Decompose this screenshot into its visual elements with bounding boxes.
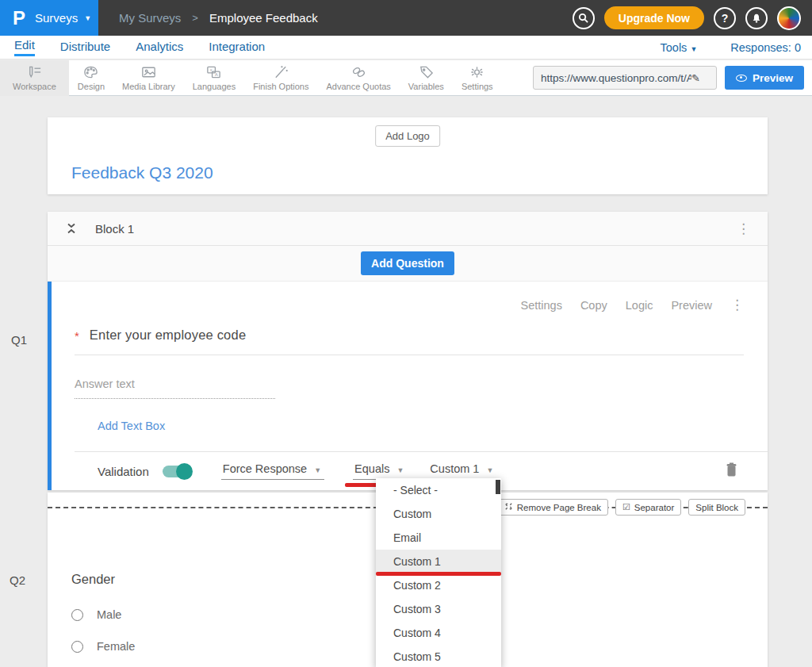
- toolbar-item-workspace[interactable]: Workspace: [0, 60, 69, 96]
- chevron-down-icon: ▼: [314, 466, 321, 474]
- product-name: Surveys: [35, 11, 78, 25]
- toolbar-item-media-library[interactable]: Media Library: [113, 60, 184, 96]
- tools-dropdown[interactable]: Tools ▼: [661, 41, 698, 54]
- chevron-down-icon: ▼: [486, 466, 493, 474]
- toolbar-item-finish-options[interactable]: Finish Options: [244, 60, 317, 96]
- user-avatar[interactable]: [777, 6, 801, 30]
- questionpro-logo-icon: P: [13, 7, 25, 29]
- breadcrumb-my-surveys[interactable]: My Surveys: [119, 11, 181, 25]
- question-text-row: * Enter your employee code: [75, 328, 744, 355]
- question-copy-link[interactable]: Copy: [580, 299, 607, 312]
- broken-link-icon: [504, 502, 513, 512]
- navbar-right: Tools ▼ Responses: 0: [661, 41, 801, 54]
- gear-icon: [469, 65, 485, 79]
- search-icon[interactable]: [573, 7, 595, 29]
- radio-circle-icon[interactable]: [71, 609, 83, 621]
- question-preview-link[interactable]: Preview: [671, 299, 712, 312]
- dropdown-option-custom4[interactable]: Custom 4: [376, 621, 501, 645]
- toggle-knob: [176, 463, 193, 480]
- add-logo-button[interactable]: Add Logo: [375, 125, 440, 147]
- split-block-button[interactable]: Split Block: [688, 499, 745, 516]
- top-header: P Surveys ▼ My Surveys > Employee Feedba…: [0, 0, 812, 36]
- radio-circle-icon[interactable]: [71, 641, 83, 653]
- wand-icon: [273, 65, 289, 79]
- validation-toggle[interactable]: [163, 466, 192, 477]
- breadcrumb: My Surveys > Employee Feedback: [119, 11, 318, 25]
- chevron-down-icon: ▼: [84, 14, 91, 22]
- dropdown-option-custom3[interactable]: Custom 3: [376, 597, 501, 621]
- answer-text-field[interactable]: Answer text: [75, 378, 275, 399]
- links-icon: [350, 65, 367, 79]
- tab-analytics[interactable]: Analytics: [136, 40, 183, 56]
- dropdown-option-custom[interactable]: Custom: [376, 502, 501, 526]
- operator-select[interactable]: Equals▼: [353, 462, 407, 480]
- dropdown-option-email[interactable]: Email: [376, 526, 501, 550]
- help-icon[interactable]: ?: [714, 7, 736, 29]
- question-settings-link[interactable]: Settings: [520, 299, 561, 312]
- question-menu-dots-icon[interactable]: ⋮: [730, 298, 744, 312]
- workspace-icon: [26, 65, 43, 79]
- toolbar-item-advance-quotas[interactable]: Advance Quotas: [317, 60, 399, 96]
- toolbar-item-settings[interactable]: Settings: [453, 60, 502, 96]
- validation-value-select[interactable]: Custom 1▼: [428, 462, 496, 480]
- block-header: Block 1 ⋮: [48, 212, 768, 246]
- dropdown-scrollbar-thumb[interactable]: [496, 480, 500, 494]
- toolbar-item-design[interactable]: Design: [69, 60, 113, 96]
- editor-toolbar: Workspace Design Media Library xA Langua…: [0, 60, 812, 96]
- separator-button[interactable]: ☑ Separator: [615, 499, 681, 516]
- tab-distribute[interactable]: Distribute: [60, 40, 110, 56]
- edit-url-pencil-icon[interactable]: ✎: [691, 72, 700, 84]
- toolbar-item-languages[interactable]: xA Languages: [184, 60, 244, 96]
- add-text-box-link[interactable]: Add Text Box: [98, 420, 165, 432]
- survey-url-input[interactable]: [541, 72, 691, 84]
- add-question-button[interactable]: Add Question: [361, 251, 454, 275]
- tab-edit[interactable]: Edit: [14, 38, 35, 56]
- radio-option-female[interactable]: Female: [71, 640, 135, 653]
- survey-url-box: ✎: [533, 66, 717, 90]
- product-menu[interactable]: P Surveys ▼: [0, 0, 98, 36]
- question-number-q2: Q2: [10, 573, 25, 587]
- add-question-row: Add Question: [48, 246, 768, 282]
- image-icon: [140, 65, 157, 79]
- delete-validation-trash-icon[interactable]: [726, 462, 737, 480]
- upgrade-now-button[interactable]: Upgrade Now: [604, 6, 704, 29]
- question-actions: Settings Copy Logic Preview ⋮: [75, 282, 768, 312]
- survey-title[interactable]: Feedback Q3 2020: [71, 163, 213, 182]
- section-navbar: Edit Distribute Analytics Integration To…: [0, 36, 812, 59]
- radio-option-male[interactable]: Male: [71, 608, 121, 621]
- header-actions: Upgrade Now ?: [573, 6, 812, 30]
- remove-page-break-button[interactable]: Remove Page Break: [497, 499, 608, 516]
- breadcrumb-separator: >: [192, 12, 198, 24]
- required-asterisk: *: [75, 329, 79, 343]
- dropdown-option-custom1[interactable]: Custom 1: [376, 550, 501, 573]
- responses-count[interactable]: Responses: 0: [730, 41, 801, 54]
- chevron-down-icon: ▼: [396, 466, 404, 474]
- validation-label: Validation: [98, 465, 149, 478]
- toolbar-right: ✎ Preview: [533, 66, 812, 90]
- question-logic-link[interactable]: Logic: [626, 299, 653, 312]
- dropdown-option-custom5[interactable]: Custom 5: [376, 645, 501, 667]
- svg-text:A: A: [215, 72, 218, 77]
- question-card-q1[interactable]: Settings Copy Logic Preview ⋮ * Enter yo…: [48, 282, 768, 490]
- force-response-select[interactable]: Force Response▼: [221, 462, 324, 480]
- survey-editor-page: P Surveys ▼ My Surveys > Employee Feedba…: [0, 0, 812, 667]
- dropdown-option-custom2[interactable]: Custom 2: [376, 573, 501, 597]
- block-name[interactable]: Block 1: [95, 222, 134, 236]
- annotation-underline-custom1: [376, 572, 501, 576]
- block-card: Block 1 ⋮ Add Question Settings Copy Log…: [48, 212, 768, 490]
- dropdown-option-select[interactable]: - Select -: [376, 478, 501, 502]
- breadcrumb-current-survey: Employee Feedback: [209, 11, 318, 25]
- collapse-block-icon[interactable]: [65, 222, 78, 235]
- question-text[interactable]: Enter your employee code: [90, 328, 246, 343]
- tab-integration[interactable]: Integration: [209, 40, 265, 56]
- tag-icon: [418, 65, 435, 79]
- svg-text:x: x: [210, 67, 213, 72]
- translate-icon: xA: [205, 65, 222, 79]
- block-menu-dots-icon[interactable]: ⋮: [737, 222, 750, 236]
- notifications-bell-icon[interactable]: [745, 7, 768, 29]
- question-text[interactable]: Gender: [71, 572, 115, 587]
- survey-header-card: Add Logo Feedback Q3 2020: [48, 117, 768, 194]
- question-number-q1: Q1: [11, 333, 27, 347]
- toolbar-item-variables[interactable]: Variables: [400, 60, 453, 96]
- preview-button[interactable]: Preview: [725, 66, 804, 90]
